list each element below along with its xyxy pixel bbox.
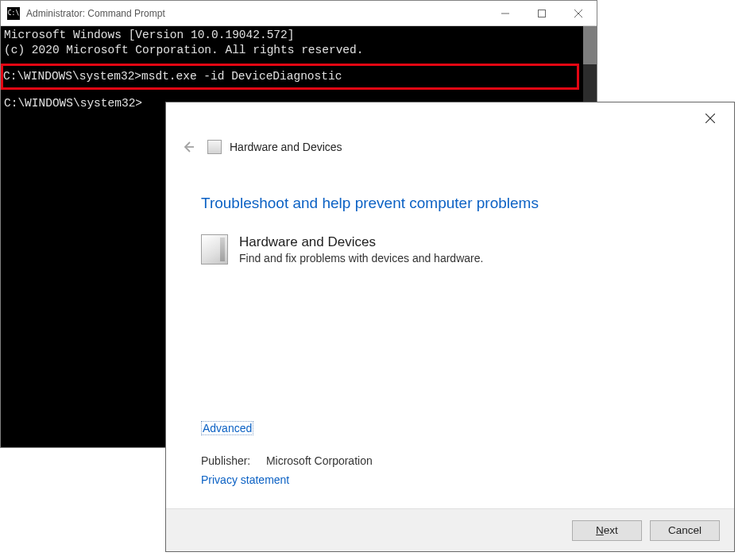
cmd-prompt-path: C:\WINDOWS\system32>: [4, 97, 142, 110]
dialog-content: Troubleshoot and help prevent computer p…: [166, 168, 734, 508]
troubleshooter-icon: [207, 140, 222, 154]
privacy-link[interactable]: Privacy statement: [201, 473, 289, 486]
cmd-prompt-path: C:\WINDOWS\system32>: [3, 70, 141, 83]
cancel-button[interactable]: Cancel: [650, 520, 720, 541]
dialog-header-title: Hardware and Devices: [230, 141, 342, 153]
cmd-app-icon: C:\: [7, 7, 20, 20]
dialog-footer: Next Cancel: [166, 508, 734, 551]
close-button[interactable]: [560, 1, 597, 25]
troubleshooter-dialog: Hardware and Devices Troubleshoot and he…: [165, 102, 735, 552]
back-button[interactable]: [179, 137, 198, 156]
dialog-header: Hardware and Devices: [166, 134, 734, 168]
cmd-window-controls: [487, 1, 597, 25]
cmd-output-line: (c) 2020 Microsoft Corporation. All righ…: [4, 43, 593, 58]
maximize-button[interactable]: [524, 1, 560, 25]
publisher-value: Microsoft Corporation: [266, 454, 373, 467]
close-button[interactable]: [694, 106, 726, 130]
cmd-output-line: Microsoft Windows [Version 10.0.19042.57…: [4, 28, 593, 43]
cmd-titlebar[interactable]: C:\ Administrator: Command Prompt: [1, 1, 597, 26]
dialog-titlebar[interactable]: [166, 102, 734, 134]
section-description: Find and fix problems with devices and h…: [239, 252, 483, 265]
minimize-button[interactable]: [487, 1, 524, 25]
hardware-section: Hardware and Devices Find and fix proble…: [201, 234, 699, 265]
dialog-heading: Troubleshoot and help prevent computer p…: [201, 195, 699, 212]
hardware-icon: [201, 234, 228, 265]
publisher-label: Publisher:: [201, 454, 263, 467]
next-button[interactable]: Next: [572, 520, 642, 541]
publisher-row: Publisher: Microsoft Corporation: [201, 454, 699, 467]
section-title: Hardware and Devices: [239, 234, 483, 250]
svg-rect-1: [539, 10, 546, 17]
cmd-entered-command: msdt.exe -id DeviceDiagnostic: [141, 70, 342, 83]
cmd-scrollbar-thumb[interactable]: [583, 26, 597, 64]
advanced-link[interactable]: Advanced: [201, 421, 253, 435]
cmd-window-title: Administrator: Command Prompt: [26, 8, 487, 19]
highlighted-command: C:\WINDOWS\system32>msdt.exe -id DeviceD…: [1, 64, 579, 90]
